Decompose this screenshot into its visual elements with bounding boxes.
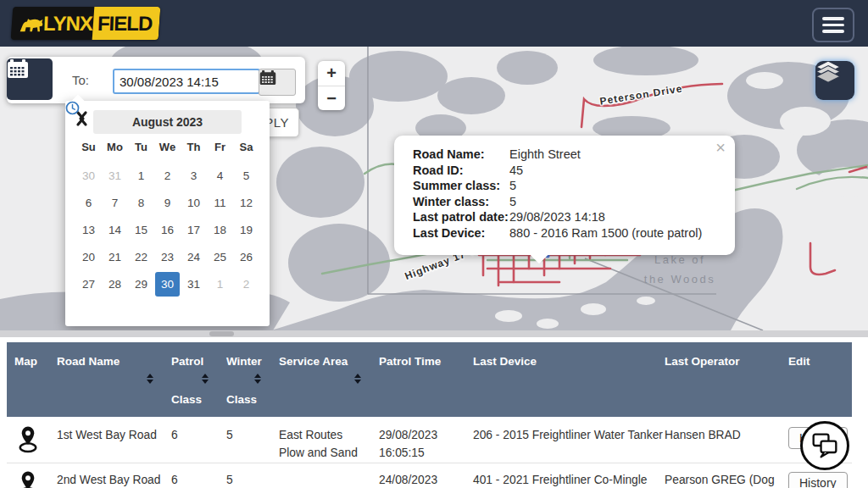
popup-field-label: Last Device: [413, 225, 509, 241]
hamburger-menu-icon[interactable] [812, 8, 854, 42]
calendar-day[interactable]: 24 [181, 243, 207, 270]
popup-field-row: Last Device:880 - 2016 Ram 1500 (route p… [413, 225, 723, 241]
calendar-day[interactable]: 8 [128, 189, 154, 216]
column-header-last-operator: Last Operator [657, 342, 781, 419]
calendar-day[interactable]: 9 [154, 189, 181, 216]
open-calendar-button[interactable] [259, 69, 296, 96]
calendar-day[interactable]: 12 [233, 189, 259, 216]
calendar-day[interactable]: 16 [154, 216, 181, 243]
calendar-day[interactable]: 3 [181, 162, 207, 189]
horizontal-scrollbar[interactable] [0, 330, 868, 337]
calendar-grid: 3031123456789101112131415161718192021222… [75, 162, 259, 297]
calendar-day[interactable]: 21 [102, 243, 128, 270]
calendar-day[interactable]: 26 [233, 243, 259, 270]
cell-last-device: 206 - 2015 Freightliner Water Tanker [465, 419, 657, 463]
calendar-day[interactable]: 22 [128, 243, 154, 270]
calendar-day[interactable]: 17 [181, 216, 207, 243]
map-zoom-control: + − [318, 61, 345, 110]
calendar-day[interactable]: 14 [102, 216, 128, 243]
popup-field-value: 880 - 2016 Ram 1500 (route patrol) [509, 225, 702, 241]
column-header-label: Road Name [57, 355, 120, 368]
calendar-day[interactable]: 15 [128, 216, 154, 243]
map-pin-icon[interactable] [17, 470, 39, 488]
calendar-day[interactable]: 20 [75, 243, 102, 270]
close-icon[interactable]: × [715, 139, 726, 156]
calendar-day[interactable]: 29 [128, 270, 154, 297]
weekday-label: Fr [207, 141, 233, 159]
popup-field-value: 5 [509, 194, 516, 210]
lynx-icon [17, 13, 44, 35]
calendar-day[interactable]: 2 [154, 162, 181, 189]
calendar-icon [7, 58, 29, 79]
cell-road-name: 1st West Bay Road [49, 419, 164, 463]
calendar-day[interactable]: 27 [75, 270, 102, 297]
popup-field-row: Winter class:5 [413, 194, 723, 210]
calendar-day[interactable]: 30 [155, 272, 180, 297]
brand-text-lynx: LYNX [43, 12, 93, 36]
calendar-day[interactable]: 7 [102, 189, 128, 216]
cell-patrol-time: 29/08/2023 16:05:15 [371, 419, 465, 463]
popup-field-label: Road ID: [413, 163, 509, 179]
column-header-service-area[interactable]: Service Area [271, 342, 371, 419]
calendar-day[interactable]: 28 [102, 270, 128, 297]
calendar-day[interactable]: 4 [207, 162, 233, 189]
calendar-day[interactable]: 1 [128, 162, 154, 189]
map-pin-cell[interactable] [7, 463, 49, 488]
calendar-day[interactable]: 31 [181, 270, 207, 297]
map-area[interactable]: Peterson Drive Highway 17 W Lake of the … [0, 47, 868, 330]
clock-icon [65, 101, 80, 115]
map-pin-cell[interactable] [7, 419, 49, 463]
map-pin-icon[interactable] [17, 425, 39, 453]
sort-icon[interactable] [254, 374, 261, 384]
column-header-road-name[interactable]: Road Name [49, 342, 164, 419]
column-header-patrol-time: Patrol Time [371, 342, 465, 419]
calendar-day[interactable]: 11 [207, 189, 233, 216]
sort-icon[interactable] [354, 374, 361, 384]
time-picker-toggle[interactable] [65, 299, 270, 321]
column-header-label: Last Operator [665, 355, 740, 368]
calendar-day[interactable]: 25 [207, 243, 233, 270]
calendar-day[interactable]: 5 [233, 162, 259, 189]
brand-text-field: FIELD [97, 12, 152, 36]
calendar-day[interactable]: 6 [75, 189, 102, 216]
brand-logo-left: LYNX [11, 7, 95, 40]
calendar-nav: August 2023 [74, 110, 261, 135]
sort-icon[interactable] [147, 374, 153, 384]
calendar-day[interactable]: 30 [75, 162, 102, 189]
calendar-day[interactable]: 19 [233, 216, 259, 243]
road-info-popup: × Road Name:Eighth StreetRoad ID:45Summe… [394, 136, 735, 255]
cell-winter-class: 5 [219, 463, 271, 488]
calendar-day[interactable]: 10 [181, 189, 207, 216]
calendar-day[interactable]: 18 [207, 216, 233, 243]
brand-logo[interactable]: LYNX FIELD [11, 7, 161, 40]
date-filter-panel: To: [7, 57, 305, 103]
roads-table: MapRoad NamePatrol ClassWinter ClassServ… [0, 337, 868, 488]
calendar-day[interactable]: 1 [207, 270, 233, 297]
column-header-label: Last Device [473, 355, 537, 368]
app-root: LYNX FIELD [0, 0, 868, 488]
history-button[interactable]: History [788, 472, 848, 488]
calendar-day[interactable]: 31 [102, 162, 128, 189]
sort-icon[interactable] [202, 374, 209, 384]
calendar-weekdays: SuMoTuWeThFrSa [75, 141, 259, 159]
map-layers-button[interactable] [815, 61, 854, 100]
datetime-input[interactable] [113, 69, 260, 94]
popup-field-row: Summer class:5 [413, 178, 723, 194]
zoom-in-button[interactable]: + [318, 61, 345, 86]
weekday-label: Sa [233, 141, 259, 159]
calendar-day[interactable]: 13 [75, 216, 102, 243]
popup-field-label: Last patrol date: [413, 209, 509, 225]
column-header-patrol-class[interactable]: Patrol Class [164, 342, 219, 419]
chat-button[interactable] [800, 421, 849, 470]
zoom-out-button[interactable]: − [318, 86, 345, 111]
cell-patrol-class: 6 [164, 463, 219, 488]
calendar-month-title[interactable]: August 2023 [93, 110, 242, 134]
cell-road-name: 2nd West Bay Road [49, 463, 164, 488]
column-header-map: Map [7, 342, 49, 419]
filter-toggle-calendar-icon[interactable] [7, 58, 53, 100]
horizontal-scrollbar-thumb[interactable] [209, 331, 234, 336]
weekday-label: Th [181, 141, 207, 159]
column-header-winter-class[interactable]: Winter Class [219, 342, 271, 419]
calendar-day[interactable]: 2 [233, 270, 259, 297]
calendar-day[interactable]: 23 [154, 243, 181, 270]
